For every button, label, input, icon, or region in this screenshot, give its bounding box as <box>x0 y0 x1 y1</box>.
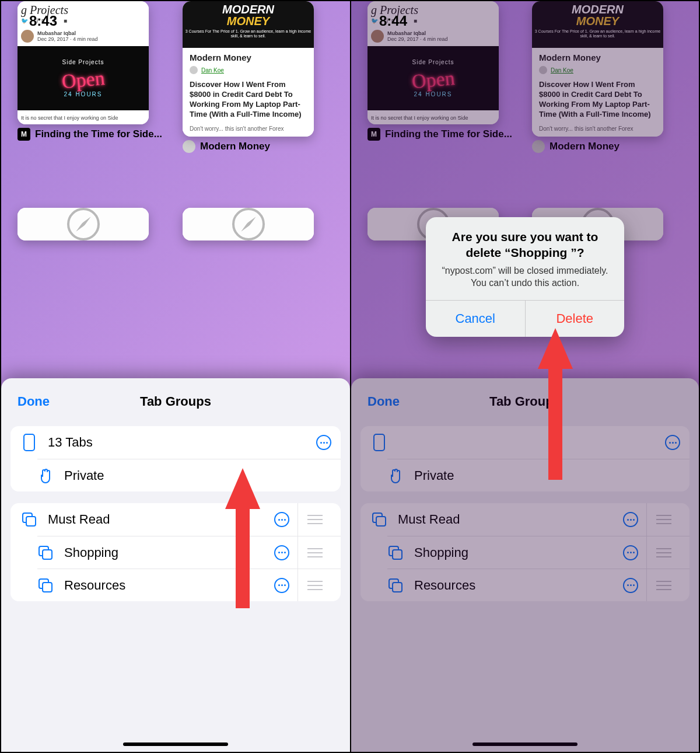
tab-card-wrap: MODERN MONEY 3 Courses For The Price of … <box>183 1 334 194</box>
tab-thumbnail: MODERN MONEY 3 Courses For The Price of … <box>183 1 314 137</box>
svg-rect-9 <box>376 517 386 526</box>
avatar <box>21 30 34 43</box>
row-label: Private <box>64 468 331 483</box>
favicon-avatar-icon <box>183 140 195 153</box>
tab-caption-text: Finding the Time for Side... <box>385 128 512 140</box>
alert-buttons: Cancel Delete <box>426 300 624 337</box>
thumb-byline: Mubashar Iqbal Dec 29, 2017 · 4 min read <box>371 30 495 43</box>
thumb-banner-line1: MODERN <box>572 3 624 16</box>
sheet-header: Done Tab Groups <box>1 389 350 414</box>
drag-handle[interactable] <box>298 536 331 569</box>
svg-rect-2 <box>26 517 36 526</box>
row-label: 13 Tabs <box>48 435 316 450</box>
thumb-banner-line1: MODERN <box>222 3 274 16</box>
thumb-headline: Discover How I Went From $8000 in Credit… <box>190 80 307 120</box>
phone-icon <box>371 434 387 451</box>
thumb-body-title: Modern Money <box>190 53 307 62</box>
svg-rect-11 <box>393 550 402 559</box>
alert-title: Are you sure you want to delete “Shoppin… <box>426 217 624 264</box>
thumb-meta: Dec 29, 2017 · 4 min read <box>387 36 448 42</box>
drag-handle[interactable] <box>646 536 680 569</box>
row-all-tabs[interactable]: 13 Tabs <box>10 426 341 459</box>
alert-message: “nypost.com” will be closed immediately.… <box>426 264 624 300</box>
sheet-section-main: Private <box>360 426 690 491</box>
confirm-delete-alert: Are you sure you want to delete “Shoppin… <box>426 217 624 337</box>
avatar <box>190 66 198 74</box>
thumb-hero-label: Side Projects <box>62 59 104 65</box>
hand-icon <box>37 468 54 484</box>
compass-icon <box>232 208 265 240</box>
row-private[interactable]: Private <box>37 459 341 491</box>
thumb-banner: MODERN MONEY 3 Courses For The Price of … <box>183 1 314 48</box>
more-button[interactable] <box>623 512 638 527</box>
home-indicator[interactable] <box>123 742 228 746</box>
tab-card-wrap: ✕ <box>18 208 169 400</box>
tabgroup-row[interactable]: Resources <box>37 569 341 601</box>
tab-thumbnail: MODERN MONEY 3 Courses For The Price of … <box>532 1 663 137</box>
status-time: 8:43 <box>29 13 57 29</box>
svg-rect-6 <box>43 583 52 592</box>
done-button[interactable]: Done <box>18 394 50 409</box>
tab-card[interactable]: MODERN MONEY 3 Courses For The Price of … <box>183 1 314 137</box>
thumb-body-author: Dan Koe <box>539 66 656 74</box>
cancel-button[interactable]: Cancel <box>426 301 526 337</box>
tabgroup-row[interactable]: Shopping <box>37 536 341 569</box>
drag-handle[interactable] <box>298 503 331 536</box>
svg-rect-0 <box>24 434 34 451</box>
thumb-hero-label: Side Projects <box>412 59 454 65</box>
more-button[interactable] <box>623 578 638 593</box>
tab-caption: Modern Money <box>532 140 682 153</box>
sheet-section-groups: Must Read Shopping Resources <box>10 503 341 601</box>
more-button[interactable] <box>665 435 680 450</box>
drag-handle[interactable] <box>646 569 680 602</box>
tabgroup-row[interactable]: Must Read <box>10 503 341 536</box>
tab-card-empty[interactable]: ✕ <box>183 208 314 240</box>
tab-card-wrap: MODERN MONEY 3 Courses For The Price of … <box>532 1 682 194</box>
tab-card-empty[interactable]: ✕ <box>18 208 149 240</box>
tabgroup-icon <box>387 577 404 594</box>
thumb-banner-sub: 3 Courses For The Price of 1. Grow an au… <box>532 29 663 39</box>
thumb-body-title: Modern Money <box>539 53 656 62</box>
tabgroup-row[interactable]: Shopping <box>387 536 690 569</box>
tab-groups-sheet: Done Tab Groups 13 Tabs Private <box>1 378 350 752</box>
thumb-meta: Dec 29, 2017 · 4 min read <box>37 36 98 42</box>
thumb-hero: Side Projects Open 24 HOURS <box>18 46 149 110</box>
row-all-tabs[interactable] <box>360 426 690 459</box>
tab-card-wrap: g Projects 🐦 in f ■ Mubashar Iqbal Dec 2… <box>368 1 518 194</box>
thumb-body: Modern Money Dan Koe Discover How I Went… <box>183 48 314 137</box>
more-button[interactable] <box>316 435 331 450</box>
done-button[interactable]: Done <box>368 394 400 409</box>
tabgroup-row[interactable]: Resources <box>387 569 690 601</box>
favicon-medium-icon: M <box>368 128 380 141</box>
tab-caption-text: Modern Money <box>550 141 620 152</box>
thumb-hero-main: Open <box>411 67 456 93</box>
tab-card[interactable]: MODERN MONEY 3 Courses For The Price of … <box>532 1 663 137</box>
more-button[interactable] <box>274 545 289 560</box>
tab-caption: Modern Money <box>183 140 334 153</box>
tabgroup-row[interactable]: Must Read <box>360 503 690 536</box>
screenshot-left: 8:43 g Projects 🐦 in f ■ Mubashar Iqbal … <box>1 1 350 752</box>
tab-thumbnail-empty <box>183 208 314 240</box>
drag-handle[interactable] <box>298 569 331 602</box>
thumb-body-author: Dan Koe <box>190 66 307 74</box>
more-button[interactable] <box>274 578 289 593</box>
sheet-header: Done Tab Groups <box>351 389 699 414</box>
tab-caption-text: Modern Money <box>200 141 270 152</box>
annotation-arrow <box>225 468 260 608</box>
more-button[interactable] <box>274 512 289 527</box>
thumb-banner-sub: 3 Courses For The Price of 1. Grow an au… <box>183 29 314 39</box>
thumb-subtext: Don't worry... this isn't another Forex <box>539 126 656 132</box>
phone-icon <box>21 434 37 451</box>
hand-icon <box>387 468 404 484</box>
drag-handle[interactable] <box>646 503 680 536</box>
thumb-hero: Side Projects Open 24 HOURS <box>368 46 499 110</box>
thumb-banner-line2: MONEY <box>576 15 619 27</box>
thumb-subtext: Don't worry... this isn't another Forex <box>190 126 307 132</box>
tab-thumbnail-empty <box>18 208 149 240</box>
tabgroup-icon <box>21 511 37 528</box>
tabgroup-icon <box>37 545 54 561</box>
annotation-arrow <box>538 328 573 480</box>
thumb-author: Mubashar Iqbal <box>387 30 448 36</box>
more-button[interactable] <box>623 545 638 560</box>
home-indicator[interactable] <box>473 742 578 746</box>
